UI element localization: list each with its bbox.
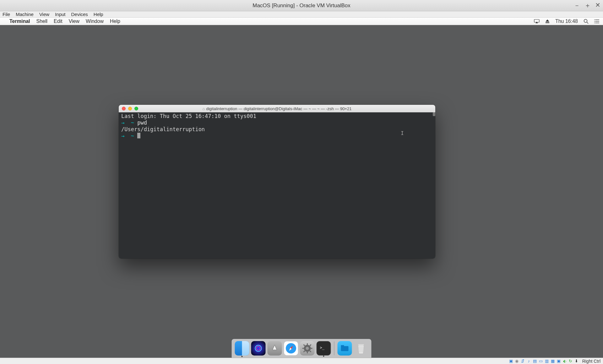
terminal-command-1: pwd: [137, 120, 147, 126]
vbox-maximize-button[interactable]: ＋: [584, 1, 591, 10]
prompt-arrow: →: [121, 133, 124, 139]
mac-menu-shell[interactable]: Shell: [36, 19, 48, 24]
vbox-status-icons: ▣ ◉ ⇵ ♪ ▤ ▭ ▥ ▦ ▣ ⬖ ↻ ⬇: [508, 359, 579, 364]
vbox-menu-view[interactable]: View: [39, 12, 49, 17]
dock-safari[interactable]: [284, 341, 298, 356]
svg-rect-29: [341, 346, 349, 351]
prompt-arrow: →: [121, 120, 124, 126]
vbox-menu-help[interactable]: Help: [94, 12, 103, 17]
dock-downloads[interactable]: [338, 341, 352, 356]
mac-menu-view[interactable]: View: [69, 19, 79, 24]
dock-terminal[interactable]: >_: [317, 341, 331, 356]
mac-menu-window[interactable]: Window: [86, 19, 104, 24]
svg-line-5: [587, 22, 589, 24]
vbox-record-icon[interactable]: ▣: [556, 359, 561, 364]
svg-line-27: [304, 351, 305, 352]
svg-point-4: [584, 19, 587, 22]
vbox-shared-icon[interactable]: ▥: [544, 359, 549, 364]
vbox-menu-input[interactable]: Input: [55, 12, 65, 17]
menu-list-icon[interactable]: [594, 19, 599, 24]
spotlight-icon[interactable]: [584, 19, 589, 24]
svg-point-11: [594, 23, 595, 23]
terminal-cursor: [137, 133, 140, 138]
vbox-statusbar: ▣ ◉ ⇵ ♪ ▤ ▭ ▥ ▦ ▣ ⬖ ↻ ⬇ Right Ctrl: [0, 358, 603, 364]
vbox-display-icon[interactable]: ▭: [538, 359, 543, 364]
mac-menu-help[interactable]: Help: [110, 19, 120, 24]
vbox-close-button[interactable]: ✕: [595, 1, 600, 10]
vbox-menubar: File Machine View Input Devices Help: [0, 11, 603, 18]
text-cursor-icon: 𝙸: [401, 130, 404, 136]
vbox-keyboard-icon[interactable]: ↻: [568, 359, 573, 364]
terminal-output-pwd: /Users/digitalinterruption: [121, 126, 433, 133]
mac-desktop: Terminal Shell Edit View Window Help Thu…: [0, 18, 603, 358]
vbox-cd-icon[interactable]: ◉: [514, 359, 519, 364]
terminal-titlebar[interactable]: ⌂digitalinterruption — digitalinterrupti…: [119, 105, 435, 112]
svg-point-12: [255, 345, 262, 351]
vbox-menu-devices[interactable]: Devices: [71, 12, 88, 17]
dock-settings[interactable]: [300, 341, 315, 356]
svg-rect-30: [341, 345, 344, 347]
prompt-tilde: ~: [131, 133, 134, 139]
mac-app-name[interactable]: Terminal: [9, 19, 30, 24]
airplay-icon[interactable]: [534, 19, 540, 24]
svg-rect-3: [546, 22, 549, 23]
home-icon: ⌂: [203, 106, 205, 111]
dock-separator: [334, 341, 334, 355]
dock: >_: [232, 339, 372, 358]
svg-text:>_: >_: [320, 345, 325, 350]
terminal-last-login: Last login: Thu Oct 25 16:47:10 on ttys0…: [121, 113, 433, 120]
vbox-hostkey-label: Right Ctrl: [582, 359, 600, 364]
terminal-title-text: digitalinterruption — digitalinterruptio…: [206, 106, 351, 111]
svg-point-19: [306, 347, 309, 350]
svg-marker-2: [546, 19, 549, 22]
dock-finder[interactable]: [235, 341, 249, 356]
running-indicator: [242, 356, 243, 357]
dock-launchpad[interactable]: [268, 341, 282, 356]
running-indicator: [323, 356, 324, 357]
mac-menu-edit[interactable]: Edit: [54, 19, 62, 24]
vbox-usb-icon[interactable]: ⇵: [520, 359, 525, 364]
terminal-prompt-1: → ~ pwd: [121, 120, 433, 126]
svg-point-10: [594, 21, 595, 22]
dock-siri[interactable]: [251, 341, 266, 356]
svg-point-9: [594, 19, 595, 20]
close-button[interactable]: [122, 107, 126, 110]
vbox-menu-machine[interactable]: Machine: [16, 12, 34, 17]
vbox-hostkey-indicator[interactable]: ⬇: [574, 359, 579, 364]
vbox-minimize-button[interactable]: －: [574, 1, 580, 10]
terminal-body[interactable]: Last login: Thu Oct 25 16:47:10 on ttys0…: [119, 112, 435, 259]
vbox-window-title: MacOS [Running] - Oracle VM VirtualBox: [253, 3, 350, 9]
terminal-prompt-2: → ~: [121, 133, 433, 139]
svg-rect-31: [358, 344, 364, 345]
prompt-tilde: ~: [131, 120, 134, 126]
svg-line-24: [304, 345, 305, 346]
svg-point-13: [257, 346, 260, 350]
dock-trash[interactable]: [354, 341, 368, 356]
eject-icon[interactable]: [545, 19, 550, 24]
traffic-lights: [122, 107, 138, 110]
svg-line-26: [310, 345, 311, 346]
minimize-button[interactable]: [128, 107, 132, 110]
vbox-audio-icon[interactable]: ♪: [526, 359, 531, 364]
vbox-menu-file[interactable]: File: [3, 12, 10, 17]
mac-menubar: Terminal Shell Edit View Window Help Thu…: [0, 18, 603, 25]
terminal-title: ⌂digitalinterruption — digitalinterrupti…: [119, 106, 435, 111]
vbox-vrde-icon[interactable]: ▦: [550, 359, 555, 364]
zoom-button[interactable]: [134, 107, 138, 110]
terminal-scrollbar[interactable]: [433, 112, 435, 116]
mac-clock[interactable]: Thu 16:48: [555, 19, 578, 24]
vbox-window-controls: － ＋ ✕: [574, 1, 600, 10]
vbox-mouse-icon[interactable]: ⬖: [562, 359, 567, 364]
vbox-hd-icon[interactable]: ▣: [508, 359, 513, 364]
vbox-net-icon[interactable]: ▤: [532, 359, 537, 364]
vbox-titlebar: MacOS [Running] - Oracle VM VirtualBox －…: [0, 0, 603, 11]
terminal-window[interactable]: ⌂digitalinterruption — digitalinterrupti…: [119, 105, 435, 259]
svg-line-25: [310, 351, 311, 352]
